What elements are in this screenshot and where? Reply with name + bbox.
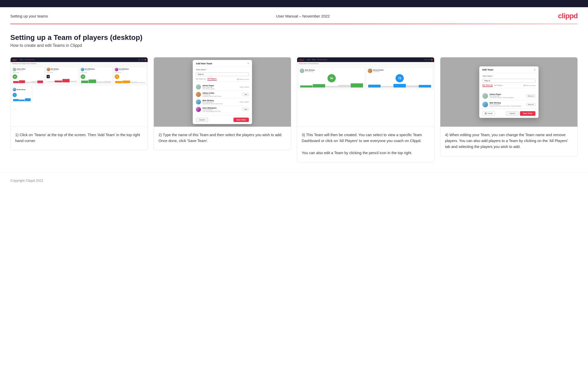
modal2-save-button[interactable]: Save Team bbox=[233, 118, 249, 122]
modal2-player-row-1: Adrian Player Plus HandicapThe Shire Lon… bbox=[196, 83, 249, 91]
modal2-filter-checkbox[interactable] bbox=[237, 78, 239, 80]
modal2-tab-myteam[interactable]: My Team (2) bbox=[196, 78, 206, 80]
mini-player-2-quality-label: Player Quality bbox=[47, 72, 78, 73]
ss1-controls bbox=[138, 59, 146, 60]
ss1-ctrl3 bbox=[145, 59, 146, 60]
page-title: Setting up a Team of players (desktop) bbox=[10, 33, 578, 42]
modal2-avatar-4 bbox=[196, 107, 201, 112]
ss3-nav-teams: Teams bbox=[312, 59, 316, 60]
mini-avatar-img-5 bbox=[13, 88, 16, 91]
mini-avatar-2 bbox=[47, 68, 50, 71]
mini-player-5-top: Richard Butler bbox=[13, 88, 31, 91]
bar1-3 bbox=[25, 82, 31, 83]
ss3-player-1-hcp: Plus Handicap bbox=[305, 71, 315, 72]
bar4-4 bbox=[138, 82, 145, 83]
mini-player-4-hcp: 1 Handicap bbox=[119, 70, 129, 71]
modal4-title: Edit Team bbox=[482, 68, 493, 71]
ss3-bar2-1 bbox=[368, 85, 381, 88]
mini-player-3: Dave Billingham 1 Handicap Player Qualit… bbox=[80, 67, 113, 84]
modal4-footer-actions: Cancel Save Team bbox=[506, 111, 535, 116]
bar3-3 bbox=[96, 81, 104, 83]
modal4-tab-allplayers[interactable]: All Players bbox=[494, 84, 503, 87]
mini-avatar-4 bbox=[115, 68, 118, 71]
ss1-nav-teams: My Performance bbox=[25, 59, 35, 60]
mini-player-5-name: Richard Butler bbox=[17, 89, 26, 90]
header-section-title: Setting up your teams bbox=[10, 14, 48, 18]
svg-rect-0 bbox=[485, 113, 486, 114]
ss3-bar2-4 bbox=[406, 85, 418, 88]
bar2-3 bbox=[62, 79, 70, 82]
ss1-nav: Home My Performance bbox=[20, 59, 35, 60]
modal4-player-row-1: Adrian Player Plus HandicapThe Shire Lon… bbox=[479, 92, 539, 100]
ss3-player-card-2: Richard Butler 2 Handicap 72 bbox=[366, 67, 433, 89]
modal4-delete-button[interactable]: Delete bbox=[482, 111, 495, 116]
bar4-3 bbox=[130, 82, 138, 83]
modal4-player-2-remove-button[interactable]: Remove bbox=[526, 103, 535, 106]
ss3-avatar-2 bbox=[368, 68, 372, 73]
modal2-player-4-add-button[interactable]: Add bbox=[242, 108, 249, 111]
modal2-cancel-button[interactable]: Cancel bbox=[196, 118, 208, 122]
mini-bars-3 bbox=[81, 80, 112, 83]
card-2-screenshot: Add New Team × Team Name * My Team (2) A… bbox=[154, 57, 291, 127]
bar2-2 bbox=[55, 81, 62, 82]
modal2-close-icon[interactable]: × bbox=[247, 62, 249, 65]
mini-player-3-quality-label: Player Quality bbox=[81, 72, 112, 73]
ss3-player-2-hcp: 2 Handicap bbox=[373, 71, 384, 72]
bar5-1 bbox=[13, 99, 19, 101]
card-4: Edit Team × Team Name * My Team (2) All … bbox=[440, 57, 578, 156]
modal2-avatar-3 bbox=[196, 99, 201, 104]
ss3-bars-2 bbox=[368, 83, 432, 88]
header-manual-title: User Manual – November 2022 bbox=[276, 14, 330, 18]
bar5-2 bbox=[19, 100, 25, 101]
mini-player-2-hcp: Plus Handicap bbox=[51, 70, 59, 71]
ss3-ctrl2 bbox=[428, 59, 430, 60]
modal4-filter-checkbox[interactable] bbox=[524, 85, 525, 86]
brand-logo: clippd bbox=[558, 12, 578, 20]
modal4-player-1-name: Adrian Player bbox=[490, 93, 525, 95]
modal2-player-1-club: Plus HandicapThe Shire London bbox=[203, 86, 238, 90]
mini-player-4-name: Dave Billingham bbox=[119, 68, 129, 70]
modal4-cancel-button[interactable]: Cancel bbox=[506, 111, 518, 116]
modal2-background: Add New Team × Team Name * My Team (2) A… bbox=[154, 57, 291, 127]
ss3-nav: Home Teams My Performance bbox=[307, 59, 327, 60]
bar4-1 bbox=[115, 81, 122, 83]
card-4-screenshot: Edit Team × Team Name * My Team (2) All … bbox=[440, 57, 577, 127]
ss3-player-2-top: Richard Butler 2 Handicap bbox=[368, 68, 432, 73]
mini-bars-5 bbox=[13, 98, 31, 101]
modal4-player-1-info: Adrian Player Plus HandicapThe Shire Lon… bbox=[490, 93, 525, 98]
dashboard-screenshot: clippd Home My Performance Viewing 8 out… bbox=[11, 57, 148, 127]
modal4-save-button[interactable]: Save Team bbox=[520, 111, 535, 116]
card-1: clippd Home My Performance Viewing 8 out… bbox=[10, 57, 148, 150]
mini-player-5-info: Richard Butler bbox=[17, 89, 26, 90]
ss3-player-1-top: Blair McHarg Plus Handicap bbox=[300, 68, 364, 73]
modal4-player-1-remove-button[interactable]: Remove bbox=[526, 94, 535, 98]
ss3-controls bbox=[424, 59, 433, 60]
mini-player-2-name: Blair McHarg bbox=[51, 68, 59, 70]
add-team-modal: Add New Team × Team Name * My Team (2) A… bbox=[193, 60, 252, 124]
mini-avatar-1 bbox=[13, 68, 16, 71]
modal4-body: Team Name * My Team (2) All Players Filt… bbox=[479, 73, 539, 92]
main-content: Setting up a Team of players (desktop) H… bbox=[0, 24, 588, 168]
modal4-team-name-input[interactable] bbox=[482, 79, 535, 83]
team-dashboard-screenshot: clippd Home Teams My Performance bbox=[297, 57, 434, 127]
modal2-tab-allplayers[interactable]: All Players bbox=[207, 78, 217, 81]
modal2-footer: Cancel Save Team bbox=[193, 115, 252, 124]
modal2-team-name-input[interactable] bbox=[196, 72, 249, 76]
modal4-tab-myteam[interactable]: My Team (2) bbox=[482, 84, 493, 87]
modal2-player-2-add-button[interactable]: Add bbox=[242, 93, 249, 96]
modal4-filter: Filter by name bbox=[524, 85, 535, 86]
modal4-close-icon[interactable]: × bbox=[534, 68, 535, 71]
mini-avatar-img-4 bbox=[115, 68, 118, 71]
ss3-score-1: 94 bbox=[327, 74, 336, 82]
mini-player-3-hcp: 1 Handicap bbox=[85, 70, 95, 71]
edit-team-modal: Edit Team × Team Name * My Team (2) All … bbox=[479, 66, 539, 118]
modal2-player-4-info: Dave Billingham 1.5 HandicapThe Gog Mago… bbox=[203, 107, 241, 112]
card-3-screenshot: clippd Home Teams My Performance bbox=[297, 57, 434, 127]
instruction-cards-row: clippd Home My Performance Viewing 8 out… bbox=[10, 57, 578, 162]
ss3-bars-1 bbox=[300, 83, 364, 88]
modal4-player-2-name: Blair McHarg bbox=[490, 102, 525, 104]
ss3-logo: clippd bbox=[299, 59, 304, 61]
mini-avatar-img-2 bbox=[47, 68, 50, 71]
modal2-tabs: My Team (2) All Players Filter by name bbox=[196, 78, 249, 82]
ss1-logo: clippd bbox=[12, 59, 17, 61]
